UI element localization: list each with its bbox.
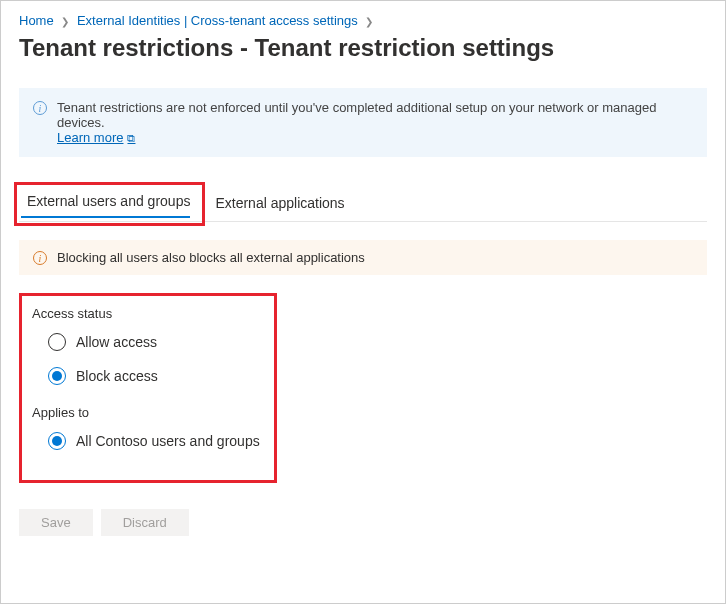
tabs: External users and groups External appli… — [19, 187, 707, 222]
access-status-label: Access status — [32, 306, 264, 321]
radio-allow-access[interactable]: Allow access — [48, 333, 264, 351]
breadcrumb-external-identities[interactable]: External Identities | Cross-tenant acces… — [77, 13, 358, 28]
tab-external-applications[interactable]: External applications — [205, 187, 358, 221]
warning-icon: i — [33, 251, 47, 265]
warning-text: Blocking all users also blocks all exter… — [57, 250, 365, 265]
chevron-right-icon: ❯ — [361, 16, 377, 27]
radio-label: Allow access — [76, 334, 157, 350]
radio-block-access[interactable]: Block access — [48, 367, 264, 385]
discard-button[interactable]: Discard — [101, 509, 189, 536]
radio-icon-checked — [48, 367, 66, 385]
radio-label: Block access — [76, 368, 158, 384]
chevron-right-icon: ❯ — [57, 16, 73, 27]
footer-actions: Save Discard — [19, 509, 707, 536]
tab-external-users[interactable]: External users and groups — [19, 187, 200, 217]
breadcrumb-home[interactable]: Home — [19, 13, 54, 28]
radio-all-users-groups[interactable]: All Contoso users and groups — [48, 432, 264, 450]
breadcrumb: Home ❯ External Identities | Cross-tenan… — [19, 13, 707, 28]
info-icon: i — [33, 101, 47, 115]
warning-banner: i Blocking all users also blocks all ext… — [19, 240, 707, 275]
info-banner: i Tenant restrictions are not enforced u… — [19, 88, 707, 157]
tab-highlight: External users and groups — [14, 182, 205, 226]
settings-highlight: Access status Allow access Block access … — [19, 293, 277, 483]
radio-icon-checked — [48, 432, 66, 450]
info-text: Tenant restrictions are not enforced unt… — [57, 100, 693, 145]
radio-icon — [48, 333, 66, 351]
radio-label: All Contoso users and groups — [76, 433, 260, 449]
learn-more-link[interactable]: Learn more⧉ — [57, 130, 135, 145]
page-title: Tenant restrictions - Tenant restriction… — [19, 34, 707, 62]
save-button[interactable]: Save — [19, 509, 93, 536]
applies-to-label: Applies to — [32, 405, 264, 420]
external-link-icon: ⧉ — [127, 132, 135, 144]
